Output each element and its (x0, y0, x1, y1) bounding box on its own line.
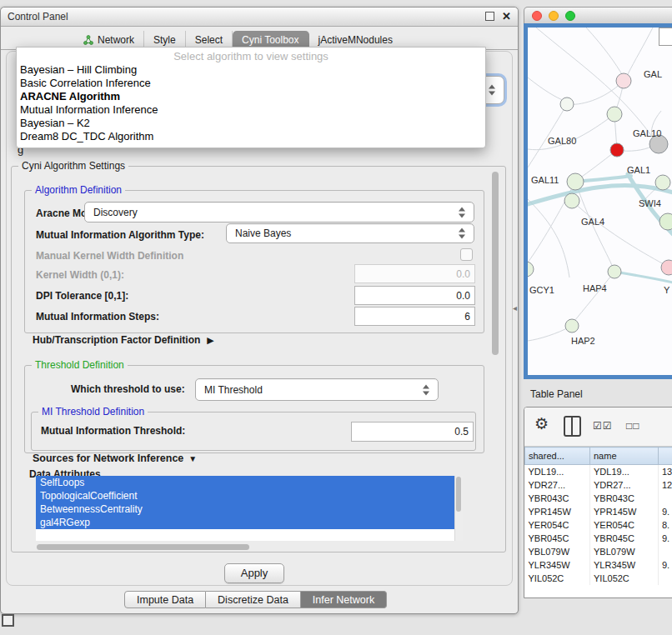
network-node[interactable] (608, 265, 621, 278)
network-node-label: GAL11 (531, 175, 559, 185)
mi-steps-field[interactable]: 6 (354, 307, 475, 326)
mi-threshold-field[interactable]: 0.5 (351, 422, 474, 442)
table-cell: YDR27... (525, 478, 590, 492)
group-title: Algorithm Definition (32, 184, 125, 196)
network-canvas[interactable]: GALGAL80GAL10GAL11GAL1SWI4GAL4GCY1HAP4YH… (524, 23, 672, 379)
control-panel-window: Control Panel ✕ Network Style Select Cyn… (0, 7, 519, 614)
tab-label: Style (153, 34, 176, 46)
dpi-tolerance-field[interactable]: 0.0 (354, 286, 475, 305)
column-selector-icon[interactable] (564, 416, 581, 437)
network-node[interactable] (564, 193, 579, 208)
tab-infer-network[interactable]: Infer Network (301, 591, 387, 608)
network-node-label: HAP4 (583, 283, 607, 293)
network-node[interactable] (528, 262, 534, 277)
group-title: MI Threshold Definition (38, 406, 148, 418)
network-node[interactable] (610, 143, 624, 157)
table-body: YDL19...YDL19...13YDR27...YDR27...12YBR0… (525, 465, 672, 586)
aracne-mode-combobox[interactable]: Discovery (84, 202, 474, 222)
network-node[interactable] (659, 213, 672, 230)
table-cell: YER054C (525, 518, 590, 532)
apply-button[interactable]: Apply (224, 563, 284, 583)
attribute-item[interactable]: TopologicalCoefficient (36, 489, 455, 502)
table-panel-toolbar: ⚙ ☑☑ □□ (524, 408, 672, 447)
deselect-all-icon[interactable]: □□ (626, 420, 640, 432)
algorithm-option[interactable]: Dream8 DC_TDC Algorithm (17, 130, 485, 143)
attribute-item[interactable]: SelfLoops (36, 476, 455, 489)
table-row[interactable]: YDL19...YDL19...13 (525, 465, 672, 479)
network-node-label: GAL10 (633, 128, 661, 138)
mi-algorithm-type-label: Mutual Information Algorithm Type: (36, 229, 204, 241)
zoom-traffic-icon[interactable] (565, 11, 575, 21)
birdseye-corner-widget[interactable] (659, 28, 672, 46)
scrollbar-thumb[interactable] (492, 172, 499, 355)
group-title: Threshold Definition (32, 359, 128, 371)
table-cell: YDL19... (525, 465, 590, 479)
sources-expander[interactable]: Sources for Network Inference▼ (33, 452, 197, 464)
kernel-width-label: Kernel Width (0,1): (36, 269, 124, 281)
combo-arrows-icon (459, 228, 465, 239)
table-row[interactable]: YBR043CYBR043C (525, 492, 672, 505)
table-row[interactable]: YLR345WYLR345W9. (525, 558, 672, 572)
mi-algorithm-type-combobox[interactable]: Naive Bayes (226, 223, 474, 243)
gear-icon[interactable]: ⚙ (534, 414, 549, 433)
scrollbar-thumb[interactable] (37, 544, 249, 550)
tab-discretize-data[interactable]: Discretize Data (206, 591, 301, 608)
column-header[interactable] (659, 448, 672, 465)
control-panel-titlebar[interactable]: Control Panel ✕ (1, 8, 518, 27)
network-node[interactable] (567, 173, 584, 190)
which-threshold-label: Which threshold to use: (71, 383, 185, 395)
table-row[interactable]: YER054CYER054C8. (525, 518, 672, 532)
collapse-arrow-icon: ▼ (188, 454, 197, 463)
float-window-icon[interactable] (485, 12, 494, 21)
attribute-item[interactable]: BetweennessCentrality (36, 502, 455, 516)
table-cell: YBR043C (590, 492, 659, 505)
hub-definition-label: Hub/Transcription Factor Definition (33, 334, 200, 346)
tab-label: jActiveMNodules (318, 34, 393, 46)
network-node[interactable] (560, 98, 574, 111)
settings-horizontal-scrollbar[interactable] (36, 543, 487, 551)
manual-kernel-width-checkbox[interactable] (460, 248, 473, 261)
attributes-scrollbar[interactable] (454, 476, 463, 541)
network-node[interactable] (607, 107, 622, 122)
dropdown-placeholder: Select algorithm to view settings (17, 49, 485, 63)
close-icon[interactable]: ✕ (502, 11, 511, 22)
panel-title: Control Panel (8, 11, 68, 22)
table-row[interactable]: YIL052CYIL052C (525, 572, 672, 585)
algorithm-option[interactable]: Bayesian – K2 (17, 117, 485, 130)
restore-panel-icon[interactable] (2, 614, 14, 627)
algorithm-option[interactable]: Mutual Information Inference (17, 103, 485, 117)
sources-label: Sources for Network Inference (33, 452, 183, 464)
table-row[interactable]: YBR045CYBR045C9. (525, 532, 672, 545)
attribute-item[interactable]: gal4RGexp (36, 516, 455, 529)
network-node[interactable] (661, 260, 672, 275)
network-node[interactable] (565, 319, 579, 332)
table-cell: YLR345W (590, 558, 659, 572)
algorithm-option[interactable]: Bayesian – Hill Climbing (17, 63, 485, 77)
network-node[interactable] (616, 73, 631, 88)
table-row[interactable]: YDR27...YDR27...12 (525, 478, 672, 492)
algorithm-option[interactable]: ARACNE Algorithm (17, 90, 485, 103)
table-cell (659, 492, 672, 505)
network-node-label: GAL1 (627, 165, 650, 175)
column-header[interactable]: name (590, 448, 659, 465)
network-node[interactable] (655, 175, 670, 190)
close-traffic-icon[interactable] (532, 11, 542, 21)
table-row[interactable]: YBL079WYBL079W (525, 545, 672, 558)
splitter-collapse-icon[interactable]: ◂ (513, 303, 517, 312)
settings-vertical-scrollbar[interactable] (491, 168, 500, 547)
scrollbar-thumb[interactable] (456, 477, 461, 512)
hub-definition-expander[interactable]: Hub/Transcription Factor Definition▶ (33, 334, 214, 346)
column-header[interactable]: shared... (525, 448, 590, 465)
select-all-icon[interactable]: ☑☑ (593, 420, 613, 432)
tab-impute-data[interactable]: Impute Data (124, 591, 206, 608)
algorithm-option[interactable]: Basic Correlation Inference (17, 77, 485, 90)
data-attributes-listbox: SelfLoopsTopologicalCoefficientBetweenne… (36, 476, 463, 541)
which-threshold-combobox[interactable]: MI Threshold (195, 378, 439, 401)
network-window-titlebar[interactable] (524, 7, 672, 23)
data-attributes-list: SelfLoopsTopologicalCoefficientBetweenne… (36, 476, 463, 529)
minimize-traffic-icon[interactable] (549, 11, 559, 21)
table-cell: 13 (659, 465, 672, 479)
kernel-width-field[interactable]: 0.0 (354, 264, 475, 283)
table-row[interactable]: YPR145WYPR145W9. (525, 505, 672, 518)
table-cell: 8. (659, 518, 672, 532)
